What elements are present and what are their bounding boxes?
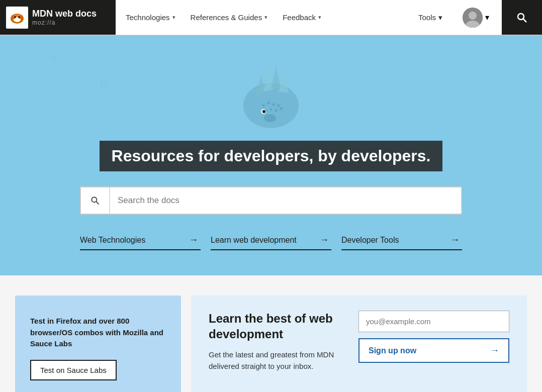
svg-text:→: →	[15, 69, 22, 77]
avatar-chevron-icon: ▾	[485, 13, 489, 22]
hero-link-web-technologies[interactable]: Web Technologies →	[80, 235, 201, 250]
technologies-chevron-icon: ▾	[172, 14, 175, 21]
newsletter-text-area: Learn the best of web development Get th…	[209, 311, 338, 372]
svg-line-39	[96, 202, 99, 204]
svg-point-8	[469, 12, 477, 20]
logo-text: MDN web docs moz://a	[32, 9, 97, 26]
search-button[interactable]	[502, 0, 542, 35]
search-input[interactable]	[110, 187, 461, 214]
nav-references[interactable]: References & Guides ▾	[191, 0, 268, 35]
bottom-section: Test in Firefox and over 800 browser/OS …	[0, 275, 542, 392]
svg-text:{ }: { }	[50, 55, 56, 61]
svg-point-29	[273, 104, 275, 106]
svg-point-32	[270, 109, 273, 111]
logo-area[interactable]: MDN web docs moz://a	[0, 0, 116, 35]
newsletter-form: Sign up now →	[358, 311, 509, 363]
hero-quick-links: Web Technologies → Learn web development…	[80, 235, 462, 250]
svg-text:( ): ( )	[101, 79, 107, 87]
svg-marker-25	[271, 66, 281, 89]
main-nav: Technologies ▾ References & Guides ▾ Fee…	[116, 0, 411, 35]
sauce-labs-button[interactable]: Test on Sauce Labs	[30, 360, 117, 380]
hero-search-bar[interactable]	[80, 186, 462, 215]
nav-tools[interactable]: Tools ▾	[411, 0, 450, 35]
tools-chevron-icon: ▾	[438, 13, 442, 22]
hero-background-pattern: → { } ( ) /* */ → { } ( ) → { } /* */	[0, 35, 151, 111]
svg-point-28	[267, 102, 270, 105]
nav-right: Tools ▾ ▾	[411, 0, 542, 35]
newsletter-description: Get the latest and greatest from MDN del…	[209, 349, 338, 372]
svg-line-11	[523, 19, 527, 22]
svg-point-5	[14, 16, 16, 18]
email-input[interactable]	[358, 311, 509, 332]
hero-search-icon	[81, 187, 110, 214]
newsletter-card: Learn the best of web development Get th…	[191, 296, 527, 392]
learn-dev-arrow-icon: →	[320, 235, 329, 245]
svg-point-6	[18, 16, 20, 18]
logo-icon	[6, 7, 28, 29]
hero-mascot	[226, 55, 316, 136]
svg-point-33	[275, 110, 278, 112]
avatar	[463, 8, 483, 28]
hero-link-developer-tools[interactable]: Developer Tools →	[341, 235, 462, 250]
svg-point-36	[262, 110, 265, 113]
svg-point-37	[264, 114, 276, 122]
web-tech-arrow-icon: →	[189, 235, 198, 245]
svg-point-34	[280, 108, 283, 110]
header: MDN web docs moz://a Technologies ▾ Refe…	[0, 0, 542, 35]
signup-button[interactable]: Sign up now →	[358, 338, 509, 363]
hero-section: → { } ( ) /* */ → { } ( ) → { } /* */	[0, 35, 542, 275]
references-chevron-icon: ▾	[264, 14, 267, 21]
dev-tools-arrow-icon: →	[450, 235, 460, 245]
newsletter-title: Learn the best of web development	[209, 311, 338, 342]
hero-title: Resources for developers, by developers.	[100, 141, 443, 171]
svg-point-30	[278, 105, 280, 107]
signup-arrow-icon: →	[490, 345, 499, 356]
svg-point-10	[518, 14, 524, 20]
sauce-labs-card: Test in Firefox and over 800 browser/OS …	[15, 296, 181, 392]
nav-feedback[interactable]: Feedback ▾	[283, 0, 321, 35]
feedback-chevron-icon: ▾	[318, 14, 321, 21]
nav-technologies[interactable]: Technologies ▾	[126, 0, 175, 35]
hero-link-learn-web-dev[interactable]: Learn web development →	[211, 235, 331, 250]
user-avatar-area[interactable]: ▾	[458, 0, 494, 35]
svg-point-38	[92, 197, 97, 202]
sauce-labs-text: Test in Firefox and over 800 browser/OS …	[30, 316, 166, 350]
svg-point-27	[262, 105, 265, 107]
